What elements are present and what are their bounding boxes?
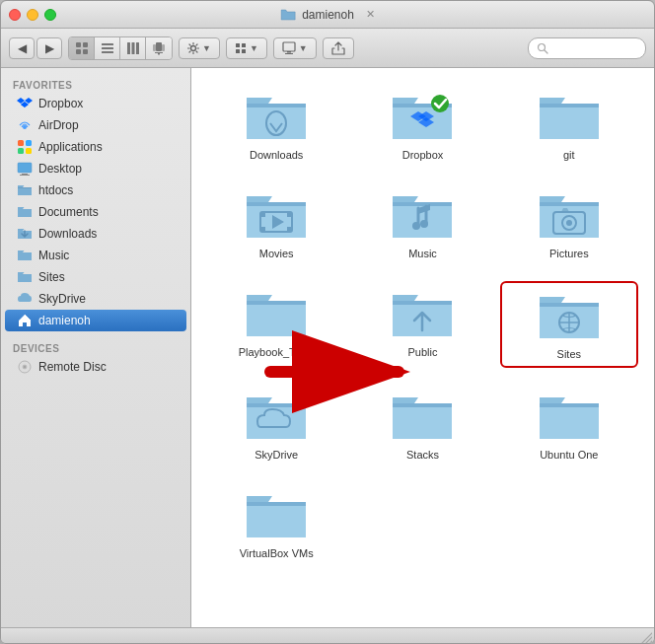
folder-music[interactable]: Music — [353, 182, 491, 265]
svg-rect-30 — [18, 163, 32, 173]
folder-playbook-tools[interactable]: Playbook_Tools — [207, 281, 345, 368]
sidebar-item-skydrive[interactable]: SkyDrive — [5, 288, 186, 310]
arrange-chevron: ▼ — [250, 43, 258, 53]
svg-rect-5 — [102, 47, 113, 49]
git-folder-img — [538, 90, 601, 145]
gear-icon — [187, 42, 199, 54]
folder-downloads[interactable]: Downloads — [207, 84, 345, 167]
skydrive-icon — [17, 291, 33, 307]
svg-line-24 — [545, 50, 547, 53]
svg-rect-33 — [20, 175, 30, 176]
list-view-button[interactable] — [95, 37, 120, 59]
ubuntu-one-folder-img — [538, 390, 601, 445]
share-button[interactable] — [323, 37, 354, 59]
sidebar-item-downloads[interactable]: Downloads — [5, 223, 186, 245]
folder-pictures[interactable]: Pictures — [500, 182, 638, 265]
svg-rect-3 — [83, 49, 88, 54]
svg-rect-18 — [236, 49, 240, 53]
music-folder-icon — [17, 248, 33, 263]
list-view-icon — [101, 41, 114, 55]
icon-view-button[interactable] — [69, 37, 95, 59]
airdrop-icon — [17, 117, 33, 133]
svg-point-36 — [24, 366, 26, 368]
svg-rect-40 — [260, 212, 265, 217]
sites-folder-icon — [17, 269, 33, 285]
sites-folder-img-content — [538, 289, 601, 344]
folder-git[interactable]: git — [500, 84, 638, 167]
close-tab-button[interactable]: ✕ — [366, 8, 375, 21]
sidebar-item-applications[interactable]: Applications — [5, 136, 186, 158]
forward-button[interactable]: ▶ — [36, 37, 62, 59]
folder-virtualbox-vms[interactable]: VirtualBox VMs — [207, 482, 345, 565]
column-view-button[interactable] — [120, 37, 146, 59]
home-icon — [17, 313, 33, 328]
htdocs-label: htdocs — [38, 183, 73, 197]
svg-rect-2 — [76, 49, 81, 54]
maximize-button[interactable] — [44, 9, 56, 21]
share-icon — [331, 41, 345, 55]
sidebar-item-music[interactable]: Music — [5, 245, 186, 266]
devices-label: DEVICES — [1, 339, 190, 356]
sidebar-item-remote-disc[interactable]: Remote Disc — [5, 356, 186, 378]
traffic-lights — [9, 9, 56, 21]
action-button[interactable]: ▼ — [179, 37, 220, 59]
svg-rect-0 — [76, 42, 81, 47]
dropbox-label: Dropbox — [38, 97, 83, 110]
stacks-folder-label: Stacks — [406, 449, 439, 461]
resize-handle-icon — [638, 629, 652, 643]
quick-look-button[interactable]: ▼ — [273, 37, 317, 59]
sidebar-item-sites[interactable]: Sites — [5, 266, 186, 288]
sidebar-item-documents[interactable]: Documents — [5, 201, 186, 223]
virtualbox-vms-folder-img — [245, 488, 308, 543]
titlebar: damienoh ✕ — [1, 1, 654, 29]
close-button[interactable] — [9, 9, 21, 21]
music-folder-img-content — [391, 188, 454, 244]
quicklook-chevron: ▼ — [299, 43, 308, 53]
music-label: Music — [38, 249, 69, 262]
back-button[interactable]: ◀ — [9, 37, 35, 59]
pictures-folder-img — [538, 188, 601, 244]
svg-rect-6 — [102, 51, 113, 53]
ubuntu-one-folder-label: Ubuntu One — [540, 449, 598, 461]
svg-rect-1 — [83, 42, 88, 47]
desktop-icon — [17, 161, 33, 177]
svg-rect-13 — [155, 52, 163, 53]
applications-label: Applications — [38, 140, 103, 154]
svg-point-23 — [539, 43, 546, 50]
dropbox-folder-label: Dropbox — [402, 149, 444, 161]
skydrive-folder-label: SkyDrive — [255, 449, 298, 461]
sidebar-item-htdocs[interactable]: htdocs — [5, 179, 186, 201]
search-box[interactable] — [528, 37, 646, 59]
folder-public[interactable]: Public — [353, 281, 491, 368]
icon-view-icon — [75, 41, 89, 55]
sidebar-item-airdrop[interactable]: AirDrop — [5, 114, 186, 136]
search-icon — [537, 42, 548, 54]
sidebar-item-desktop[interactable]: Desktop — [5, 158, 186, 179]
downloads-folder-icon — [17, 226, 33, 242]
svg-point-38 — [431, 95, 449, 112]
folder-skydrive[interactable]: SkyDrive — [207, 384, 345, 466]
sidebar-item-damienoh[interactable]: damienoh — [5, 310, 186, 331]
main-area: FAVORITES Dropbox — [1, 68, 654, 627]
arrange-button[interactable]: ▼ — [226, 37, 267, 59]
public-folder-label: Public — [408, 346, 438, 358]
desktop-label: Desktop — [38, 162, 82, 176]
svg-rect-20 — [283, 42, 295, 51]
coverflow-view-button[interactable] — [146, 37, 172, 59]
minimize-button[interactable] — [27, 9, 38, 21]
svg-point-45 — [420, 220, 428, 228]
folder-movies[interactable]: Movies — [207, 182, 345, 265]
arrange-icon — [235, 42, 247, 54]
folder-sites[interactable]: Sites — [500, 281, 638, 368]
folder-dropbox[interactable]: Dropbox — [353, 84, 491, 167]
svg-rect-7 — [127, 42, 130, 54]
sidebar-item-dropbox[interactable]: Dropbox — [5, 93, 186, 114]
movies-folder-img — [245, 188, 308, 244]
action-chevron: ▼ — [202, 43, 211, 53]
svg-rect-26 — [18, 140, 24, 146]
column-view-icon — [126, 41, 140, 55]
folder-stacks[interactable]: Stacks — [353, 384, 491, 466]
svg-point-15 — [191, 45, 196, 50]
folder-ubuntu-one[interactable]: Ubuntu One — [500, 384, 638, 466]
downloads-folder-img — [245, 90, 308, 145]
